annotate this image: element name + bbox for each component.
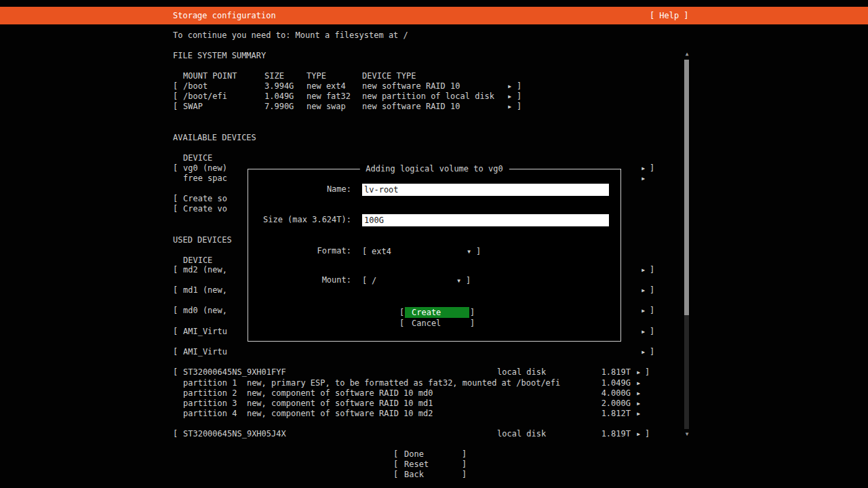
bracket: [ [173, 163, 178, 174]
create-button[interactable]: [ Create ] [399, 307, 475, 318]
done-button[interactable]: [ Done ] [393, 449, 468, 460]
format-field-label: Format: [248, 246, 351, 256]
bracket: ] [684, 11, 688, 20]
format-select[interactable]: [ ext4 ▾ ] [362, 246, 481, 257]
partition-row-2[interactable]: partition 2 new, component of software R… [173, 388, 658, 399]
bracket: ] [462, 449, 467, 460]
column-header-size: SIZE [264, 71, 284, 81]
fs-summary-row-boot[interactable]: [ /boot 3.994G new ext4 new software RAI… [173, 81, 658, 92]
bracket: ] [462, 470, 467, 480]
expand-arrow-icon: ▸ [636, 409, 641, 419]
reset-button-label: Reset [404, 460, 429, 470]
device-label: md0 (new, [183, 306, 227, 316]
disk-size: 1.819T [599, 429, 631, 439]
fs-summary-row-swap[interactable]: [ SWAP 7.990G new swap new software RAID… [173, 102, 658, 112]
size-cell: 3.994G [264, 81, 294, 92]
disk-kind: local disk [497, 367, 546, 378]
partition-description: partition 1 new, primary ESP, to be form… [183, 378, 560, 388]
mount-select[interactable]: [ / ▾ ] [362, 275, 471, 286]
device-row-ami-virtual-2[interactable]: [ AMI_Virtu ▸ ] [173, 347, 658, 357]
reset-button[interactable]: [ Reset ] [393, 460, 468, 470]
partition-row-3[interactable]: partition 3 new, component of software R… [173, 399, 658, 409]
mount-point-cell: /boot/efi [183, 92, 227, 102]
partition-row-1[interactable]: partition 1 new, primary ESP, to be form… [173, 378, 658, 388]
page-title: Storage configuration [173, 7, 276, 24]
back-button[interactable]: [ Back ] [393, 470, 468, 480]
expand-arrow-icon: ▸ [636, 388, 641, 399]
section-heading-available-devices: AVAILABLE DEVICES [173, 133, 256, 143]
bracket: [ [399, 307, 404, 318]
expand-arrow-icon: ▸ [641, 174, 646, 184]
partition-size: 2.000G [599, 399, 631, 409]
bracket: [ [362, 246, 367, 257]
bracket: ] [650, 347, 654, 357]
disk-size: 1.819T [599, 367, 631, 378]
disk-row-st32000645ns-9xh01fyf[interactable]: [ ST32000645NS_9XH01FYF local disk 1.819… [173, 367, 658, 378]
instruction-text: To continue you need to: Mount a filesys… [173, 30, 408, 41]
expand-arrow-icon: ▸ [641, 163, 646, 174]
partition-size: 1.812T [599, 409, 631, 419]
expand-arrow-icon: ▸ [507, 81, 512, 92]
bracket: [ [173, 306, 178, 316]
chevron-down-icon: ▾ [467, 246, 471, 257]
bracket: ] [645, 429, 650, 439]
bracket: ] [517, 102, 521, 112]
size-field[interactable] [362, 214, 609, 226]
bracket: [ [362, 275, 367, 286]
bracket: ] [650, 327, 654, 337]
bracket: ] [476, 246, 481, 257]
device-label: free spac [183, 174, 227, 184]
bracket: [ [173, 204, 178, 214]
expand-arrow-icon: ▸ [507, 102, 512, 112]
cancel-button-label: Cancel [405, 318, 469, 329]
help-button[interactable]: [Help] [650, 7, 688, 24]
partition-description: partition 2 new, component of software R… [183, 388, 433, 399]
mount-point-cell: SWAP [183, 102, 203, 112]
partition-row-4[interactable]: partition 4 new, component of software R… [173, 409, 658, 419]
disk-label: ST32000645NS_9XH01FYF [183, 367, 286, 378]
device-label: vg0 (new) [183, 163, 227, 174]
scrollbar-thumb[interactable] [684, 60, 689, 315]
button-label: Create so [183, 194, 227, 204]
expand-arrow-icon: ▸ [636, 367, 641, 378]
bracket: ] [470, 318, 475, 329]
type-cell: new ext4 [307, 81, 346, 92]
expand-arrow-icon: ▸ [641, 265, 646, 275]
device-label: AMI_Virtu [183, 327, 227, 337]
dialog-title: Adding logical volume to vg0 [359, 164, 509, 174]
fs-summary-row-boot-efi[interactable]: [ /boot/efi 1.049G new fat32 new partiti… [173, 92, 658, 102]
bracket: [ [393, 470, 398, 480]
bracket: ] [645, 367, 650, 378]
bracket: [ [393, 460, 398, 470]
name-field[interactable] [362, 184, 609, 196]
device-type-cell: new software RAID 10 [362, 102, 460, 112]
size-field-label: Size (max 3.624T): [248, 215, 351, 225]
section-heading-used-devices: USED DEVICES [173, 235, 232, 245]
device-type-cell: new partition of local disk [362, 92, 494, 102]
expand-arrow-icon: ▸ [636, 399, 641, 409]
device-label: md2 (new, [183, 265, 227, 275]
button-label: Create vo [183, 204, 227, 214]
bracket: [ [399, 318, 404, 329]
partition-description: partition 3 new, component of software R… [183, 399, 433, 409]
column-header-type: TYPE [307, 71, 326, 81]
fs-summary-header-row: MOUNT POINT SIZE TYPE DEVICE TYPE [173, 71, 658, 81]
disk-row-st32000645ns-9xh05j4x[interactable]: [ ST32000645NS_9XH05J4X local disk 1.819… [173, 429, 658, 439]
storage-configuration-screen: Storage configuration [Help] To continue… [0, 0, 868, 488]
bracket: [ [173, 81, 178, 92]
column-header-device: DEVICE [183, 153, 212, 163]
expand-arrow-icon: ▸ [636, 429, 641, 439]
scroll-down-icon[interactable]: ▾ [682, 429, 692, 439]
expand-arrow-icon: ▸ [641, 347, 646, 357]
device-type-cell: new software RAID 10 [362, 81, 460, 92]
cancel-button[interactable]: [ Cancel ] [399, 318, 475, 329]
partition-size: 4.000G [599, 388, 631, 399]
type-cell: new swap [307, 102, 346, 112]
scroll-up-icon[interactable]: ▴ [682, 49, 692, 59]
mount-point-cell: /boot [183, 81, 208, 92]
disk-label: ST32000645NS_9XH05J4X [183, 429, 286, 439]
bracket: ] [470, 307, 475, 318]
format-select-value: ext4 [372, 246, 391, 257]
device-label: md1 (new, [183, 285, 227, 296]
mount-field-label: Mount: [248, 275, 351, 285]
